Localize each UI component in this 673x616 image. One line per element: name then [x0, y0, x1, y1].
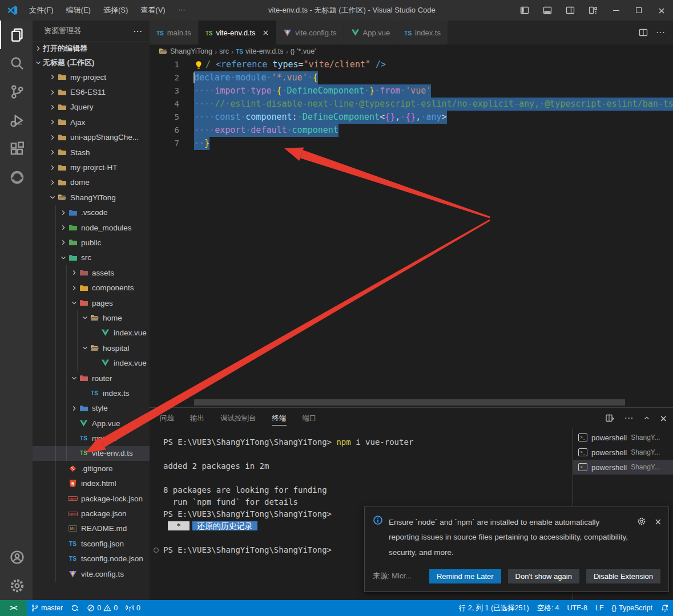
- explorer-more-actions-icon[interactable]: ···: [134, 27, 143, 35]
- tree-item-index.vue[interactable]: index.vue: [33, 355, 150, 370]
- encoding-item[interactable]: UTF-8: [563, 600, 591, 616]
- maximize-button[interactable]: [627, 0, 650, 21]
- tree-item-components[interactable]: components: [33, 280, 150, 295]
- notification-close-icon[interactable]: ×: [654, 517, 662, 560]
- menu-item[interactable]: 文件(F): [24, 3, 59, 18]
- tree-item-index.ts[interactable]: TSindex.ts: [33, 386, 150, 400]
- activity-account[interactable]: [0, 543, 33, 572]
- notification-button-Disable Extension[interactable]: Disable Extension: [586, 569, 660, 583]
- tab-main.ts[interactable]: TSmain.ts: [150, 21, 199, 44]
- tree-item-package.json[interactable]: npmpackage.json: [33, 506, 150, 521]
- tree-item-node_modules[interactable]: node_modules: [33, 220, 150, 235]
- activity-files[interactable]: [0, 21, 33, 49]
- tree-item-my-project[interactable]: my-project: [33, 70, 150, 84]
- tree-item-vite-env.d.ts[interactable]: TSvite-env.d.ts: [33, 446, 150, 461]
- tree-item-App.vue[interactable]: App.vue: [33, 416, 150, 431]
- tab-vite.config.ts[interactable]: vite.config.ts: [276, 21, 344, 44]
- breadcrumb-item-'*.vue'[interactable]: {}'*.vue': [291, 47, 316, 55]
- breadcrumb-item-vite-env.d.ts[interactable]: TSvite-env.d.ts: [236, 47, 283, 55]
- menu-item[interactable]: 编辑(E): [61, 3, 96, 18]
- ports-item[interactable]: 0: [122, 600, 144, 616]
- eol-item[interactable]: LF: [591, 600, 608, 616]
- tree-item-ShangYiTong[interactable]: ShangYiTong: [33, 190, 150, 205]
- activity-settings[interactable]: [0, 572, 33, 600]
- tree-item-router[interactable]: router: [33, 371, 150, 386]
- menu-item[interactable]: 查看(V): [135, 3, 170, 18]
- tree-item-ES6-ES11[interactable]: ES6-ES11: [33, 84, 150, 99]
- panel-tab-终端[interactable]: 终端: [272, 408, 287, 428]
- close-window-button[interactable]: ×: [650, 0, 673, 21]
- toggle-sidebar-icon[interactable]: [513, 0, 536, 21]
- menu-more[interactable]: ···: [173, 3, 191, 18]
- activity-run-debug[interactable]: [0, 106, 33, 135]
- tree-item-tsconfig.node.json[interactable]: TStsconfig.node.json: [33, 552, 150, 566]
- activity-edge[interactable]: [0, 163, 33, 192]
- cursor-position-item[interactable]: 行 2, 列 1 (已选择251): [455, 600, 533, 616]
- tree-item-hospital[interactable]: hospital: [33, 341, 150, 355]
- panel-more-actions-icon[interactable]: ···: [624, 413, 634, 423]
- code-editor[interactable]: 1/ <reference types="vite/client" />2dec…: [150, 58, 673, 407]
- tab-App.vue[interactable]: App.vue: [344, 21, 398, 44]
- language-mode-item[interactable]: {} TypeScript: [608, 600, 656, 616]
- panel-tab-调试控制台[interactable]: 调试控制台: [220, 408, 256, 428]
- sync-item[interactable]: [67, 600, 83, 616]
- problems-item[interactable]: 0 0: [83, 600, 122, 616]
- panel-tab-输出[interactable]: 输出: [190, 408, 204, 428]
- breadcrumb-item-src[interactable]: src: [219, 47, 229, 55]
- panel-tab-问题[interactable]: 问题: [160, 408, 174, 428]
- minimize-button[interactable]: [605, 0, 627, 21]
- tree-item-.vscode[interactable]: .vscode: [33, 205, 150, 220]
- activity-source-control[interactable]: [0, 78, 33, 106]
- tree-item-my-projrct-HT[interactable]: my-projrct-HT: [33, 160, 150, 175]
- tree-item-home[interactable]: home: [33, 310, 150, 325]
- tree-item-dome[interactable]: dome: [33, 175, 150, 190]
- tree-item-pages[interactable]: pages: [33, 295, 150, 310]
- maximize-panel-icon[interactable]: [643, 414, 651, 422]
- notification-button-Remind me Later[interactable]: Remind me Later: [429, 569, 501, 583]
- tree-item-Stash[interactable]: Stash: [33, 145, 150, 160]
- tree-item-README.md[interactable]: M↓README.md: [33, 521, 150, 536]
- open-editors-section[interactable]: 打开的编辑器: [33, 41, 150, 55]
- tree-item-style[interactable]: style: [33, 401, 150, 416]
- tree-item-src[interactable]: src: [33, 250, 150, 265]
- remote-indicator[interactable]: ><: [0, 600, 27, 616]
- notification-settings-icon[interactable]: [637, 517, 646, 560]
- tree-item-assets[interactable]: assets: [33, 265, 150, 280]
- tree-item-index.html[interactable]: 5index.html: [33, 476, 150, 491]
- tree-item-Ajax[interactable]: Ajax: [33, 115, 150, 129]
- split-editor-icon[interactable]: [639, 28, 648, 37]
- tree-item-index.vue[interactable]: index.vue: [33, 326, 150, 341]
- workspace-section[interactable]: 无标题 (工作区): [33, 55, 150, 70]
- activity-extensions[interactable]: [0, 135, 33, 163]
- customize-layout-icon[interactable]: [582, 0, 605, 21]
- git-branch-item[interactable]: master: [27, 600, 67, 616]
- history-badge-label[interactable]: 还原的历史记录: [192, 521, 257, 530]
- notification-button-Don't show again[interactable]: Don't show again: [508, 569, 579, 583]
- indentation-item[interactable]: 空格: 4: [533, 600, 563, 616]
- tree-item-tsconfig.json[interactable]: TStsconfig.json: [33, 536, 150, 551]
- tree-item-main.ts[interactable]: TSmain.ts: [33, 431, 150, 445]
- panel-tab-端口[interactable]: 端口: [303, 408, 317, 428]
- notifications-bell-icon[interactable]: [656, 600, 673, 616]
- close-tab-icon[interactable]: ×: [263, 28, 269, 37]
- toggle-secondary-sidebar-icon[interactable]: [559, 0, 582, 21]
- lightbulb-icon[interactable]: [194, 58, 204, 71]
- activity-search[interactable]: [0, 49, 33, 78]
- split-terminal-icon[interactable]: [605, 414, 615, 423]
- tree-item-Jquery[interactable]: Jquery: [33, 100, 150, 115]
- tree-item-.gitignore[interactable]: .gitignore: [33, 461, 150, 476]
- horizontal-scrollbar[interactable]: [194, 399, 625, 406]
- tree-item-public[interactable]: public: [33, 235, 150, 250]
- terminal-session[interactable]: >_powershellShangY...: [573, 430, 673, 445]
- tab-vite-env.d.ts[interactable]: TSvite-env.d.ts×: [199, 21, 277, 44]
- command-decoration-icon[interactable]: [154, 548, 159, 553]
- breadcrumb-item-ShangYiTong[interactable]: ShangYiTong: [159, 47, 212, 56]
- editor-more-actions-icon[interactable]: ···: [656, 27, 665, 38]
- terminal-session[interactable]: >_powershellShangY...: [573, 445, 673, 460]
- terminal-session[interactable]: >_powershellShangY...: [573, 460, 673, 475]
- tree-item-vite.config.ts[interactable]: vite.config.ts: [33, 566, 150, 581]
- tree-item-package-lock.json[interactable]: npmpackage-lock.json: [33, 491, 150, 506]
- tree-item-uni-appShangChe...[interactable]: uni-appShangChe...: [33, 130, 150, 145]
- menu-item[interactable]: 选择(S): [98, 3, 133, 18]
- tab-index.ts[interactable]: TSindex.ts: [397, 21, 448, 44]
